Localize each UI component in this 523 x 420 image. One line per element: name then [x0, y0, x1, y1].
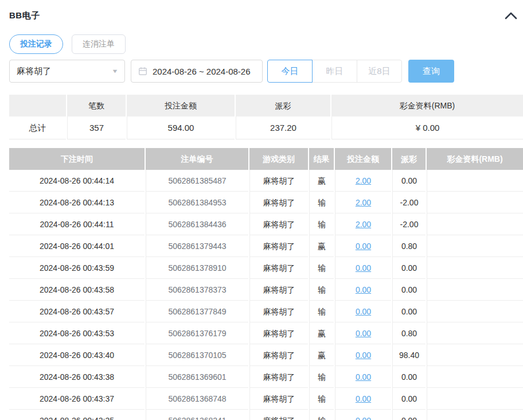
cell-bonus [427, 279, 523, 301]
cell-order-id: 5062861384436 [146, 213, 248, 235]
cell-game-type: 麻将胡了 [249, 322, 308, 344]
summary-total-label: 总计 [9, 116, 66, 139]
cell-result: 赢 [309, 170, 334, 192]
table-row: 2024-08-26 00:43:37 5062861368748 麻将胡了 输… [9, 388, 523, 410]
chevron-up-icon [505, 12, 517, 20]
summary-header-row: 笔数 投注金额 派彩 彩金资料(RMB) [9, 95, 523, 116]
bet-amount-link[interactable]: 2.00 [356, 220, 371, 229]
cell-bonus [427, 322, 523, 344]
table-row: 2024-08-26 00:43:59 5062861378910 麻将胡了 输… [9, 257, 523, 279]
cell-game-type: 麻将胡了 [249, 279, 308, 301]
cell-bonus [427, 235, 523, 257]
records-header-bonus: 彩金资料(RMB) [427, 148, 523, 170]
summary-header-empty [9, 95, 66, 116]
cell-payout: 0.80 [392, 235, 426, 257]
bet-amount-link[interactable]: 0.00 [356, 416, 371, 420]
bet-amount-link[interactable]: 0.00 [356, 263, 371, 273]
cell-bonus [427, 192, 523, 213]
bet-amount-link[interactable]: 2.00 [356, 198, 371, 207]
summary-total-count: 357 [67, 116, 126, 139]
date-range-picker[interactable]: 2024-08-26 ~ 2024-08-26 [131, 60, 263, 83]
panel-header: BB电子 [9, 0, 523, 21]
table-row: 2024-08-26 00:43:35 5062861368241 麻将胡了 输… [9, 410, 523, 420]
collapse-panel-button[interactable] [504, 11, 518, 21]
cell-order-id: 5062861379443 [146, 235, 248, 257]
cell-result: 赢 [309, 322, 334, 344]
cell-payout: 0.80 [392, 322, 426, 344]
cell-result: 输 [309, 279, 334, 301]
cell-payout: 0.00 [392, 301, 426, 322]
cell-bet-time: 2024-08-26 00:43:57 [9, 301, 145, 322]
cell-result: 输 [309, 257, 334, 279]
page-title: BB电子 [9, 10, 40, 21]
table-row: 2024-08-26 00:43:40 5062861370105 麻将胡了 赢… [9, 344, 523, 366]
bet-amount-link[interactable]: 0.00 [356, 285, 371, 294]
bet-amount-link[interactable]: 2.00 [356, 176, 371, 185]
cell-bonus [427, 388, 523, 410]
cell-payout: -2.00 [392, 213, 426, 235]
records-header-result: 结果 [309, 148, 334, 170]
bet-amount-link[interactable]: 0.00 [356, 351, 371, 360]
cell-result: 输 [309, 388, 334, 410]
cell-game-type: 麻将胡了 [249, 410, 308, 420]
cell-bonus [427, 213, 523, 235]
cell-bet-time: 2024-08-26 00:44:01 [9, 235, 145, 257]
calendar-icon [138, 67, 147, 76]
cell-order-id: 5062861385487 [146, 170, 248, 192]
records-body: 2024-08-26 00:44:14 5062861385487 麻将胡了 赢… [9, 170, 523, 420]
table-row: 2024-08-26 00:44:13 5062861384953 麻将胡了 输… [9, 192, 523, 213]
cell-bet-time: 2024-08-26 00:43:53 [9, 322, 145, 344]
cell-order-id: 5062861368748 [146, 388, 248, 410]
tab-bet-records[interactable]: 投注记录 [9, 34, 63, 54]
cell-payout: 98.40 [392, 344, 426, 366]
cell-result: 输 [309, 410, 334, 420]
cell-result: 赢 [309, 344, 334, 366]
bet-amount-link[interactable]: 0.00 [356, 394, 371, 403]
cell-game-type: 麻将胡了 [249, 213, 308, 235]
cell-order-id: 5062861368241 [146, 410, 248, 420]
summary-header-bet-amount: 投注金额 [127, 95, 235, 116]
cell-bet-time: 2024-08-26 00:44:14 [9, 170, 145, 192]
bet-amount-link[interactable]: 0.00 [356, 307, 371, 316]
bet-amount-link[interactable]: 0.00 [356, 242, 371, 251]
cell-order-id: 5062861384953 [146, 192, 248, 213]
cell-result: 输 [309, 213, 334, 235]
cell-payout: 0.00 [392, 366, 426, 388]
table-row: 2024-08-26 00:44:11 5062861384436 麻将胡了 输… [9, 213, 523, 235]
cell-game-type: 麻将胡了 [249, 388, 308, 410]
cell-bet-time: 2024-08-26 00:43:59 [9, 257, 145, 279]
range-last8days-button[interactable]: 近8日 [357, 60, 402, 83]
cell-result: 输 [309, 192, 334, 213]
range-today-button[interactable]: 今日 [267, 60, 313, 83]
filter-bar: 麻将胡了 ▼ 2024-08-26 ~ 2024-08-26 今日 昨日 近8日… [9, 60, 523, 83]
tab-cancelled-orders[interactable]: 连消注单 [72, 34, 126, 54]
search-button[interactable]: 查询 [408, 60, 454, 83]
cell-game-type: 麻将胡了 [249, 366, 308, 388]
date-range-value: 2024-08-26 ~ 2024-08-26 [153, 67, 251, 76]
cell-bonus [427, 410, 523, 420]
cell-game-type: 麻将胡了 [249, 344, 308, 366]
cell-payout: 0.00 [392, 279, 426, 301]
records-table: 下注时间 注单编号 游戏类别 结果 投注金额 派彩 彩金资料(RMB) 2024… [9, 148, 523, 420]
cell-result: 输 [309, 366, 334, 388]
records-header-row: 下注时间 注单编号 游戏类别 结果 投注金额 派彩 彩金资料(RMB) [9, 148, 523, 170]
cell-order-id: 5062861377849 [146, 301, 248, 322]
table-row: 2024-08-26 00:44:14 5062861385487 麻将胡了 赢… [9, 170, 523, 192]
bet-amount-link[interactable]: 0.00 [356, 329, 371, 338]
game-select[interactable]: 麻将胡了 ▼ [9, 60, 125, 83]
cell-bonus [427, 170, 523, 192]
cell-bet-time: 2024-08-26 00:43:38 [9, 366, 145, 388]
cell-bonus [427, 301, 523, 322]
cell-game-type: 麻将胡了 [249, 235, 308, 257]
records-header-game: 游戏类别 [249, 148, 308, 170]
game-select-value: 麻将胡了 [17, 66, 51, 77]
bet-amount-link[interactable]: 0.00 [356, 372, 371, 382]
cell-payout: 0.00 [392, 257, 426, 279]
cell-payout: 0.00 [392, 170, 426, 192]
cell-order-id: 5062861378910 [146, 257, 248, 279]
range-yesterday-button[interactable]: 昨日 [312, 60, 357, 83]
cell-order-id: 5062861376179 [146, 322, 248, 344]
summary-total-bet-amount: 594.00 [127, 116, 235, 139]
table-row: 2024-08-26 00:43:53 5062861376179 麻将胡了 赢… [9, 322, 523, 344]
cell-game-type: 麻将胡了 [249, 257, 308, 279]
